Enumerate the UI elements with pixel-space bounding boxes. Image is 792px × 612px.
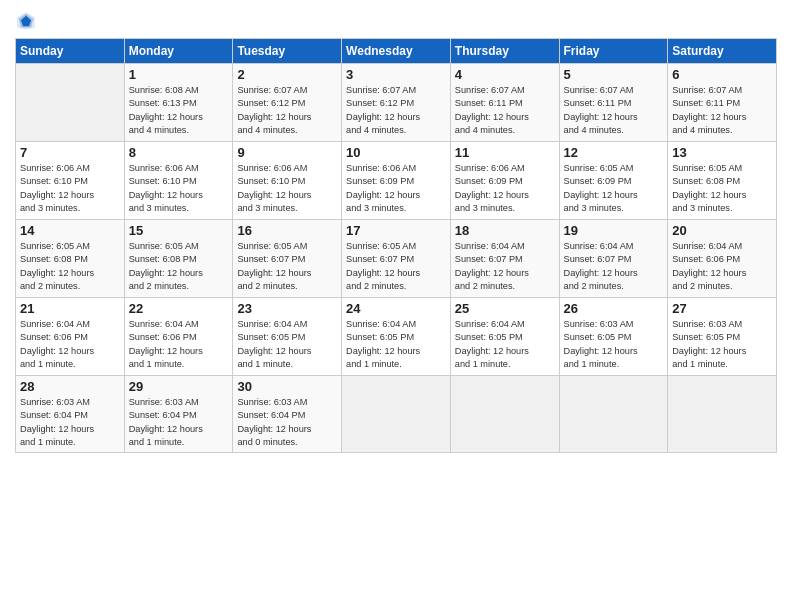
calendar-cell: 22Sunrise: 6:04 AM Sunset: 6:06 PM Dayli… xyxy=(124,298,233,376)
day-of-week-header: Saturday xyxy=(668,39,777,64)
day-info: Sunrise: 6:04 AM Sunset: 6:07 PM Dayligh… xyxy=(564,240,664,293)
day-of-week-header: Friday xyxy=(559,39,668,64)
day-of-week-header: Wednesday xyxy=(342,39,451,64)
day-info: Sunrise: 6:04 AM Sunset: 6:05 PM Dayligh… xyxy=(455,318,555,371)
day-info: Sunrise: 6:03 AM Sunset: 6:04 PM Dayligh… xyxy=(237,396,337,449)
day-info: Sunrise: 6:07 AM Sunset: 6:12 PM Dayligh… xyxy=(237,84,337,137)
day-info: Sunrise: 6:07 AM Sunset: 6:11 PM Dayligh… xyxy=(455,84,555,137)
day-info: Sunrise: 6:04 AM Sunset: 6:05 PM Dayligh… xyxy=(237,318,337,371)
day-number: 20 xyxy=(672,223,772,238)
day-number: 4 xyxy=(455,67,555,82)
calendar-cell: 21Sunrise: 6:04 AM Sunset: 6:06 PM Dayli… xyxy=(16,298,125,376)
day-info: Sunrise: 6:06 AM Sunset: 6:09 PM Dayligh… xyxy=(455,162,555,215)
day-number: 18 xyxy=(455,223,555,238)
calendar-cell: 3Sunrise: 6:07 AM Sunset: 6:12 PM Daylig… xyxy=(342,64,451,142)
day-info: Sunrise: 6:07 AM Sunset: 6:12 PM Dayligh… xyxy=(346,84,446,137)
calendar-cell xyxy=(668,376,777,453)
calendar-week-row: 1Sunrise: 6:08 AM Sunset: 6:13 PM Daylig… xyxy=(16,64,777,142)
calendar-cell: 6Sunrise: 6:07 AM Sunset: 6:11 PM Daylig… xyxy=(668,64,777,142)
calendar-cell: 17Sunrise: 6:05 AM Sunset: 6:07 PM Dayli… xyxy=(342,220,451,298)
day-of-week-header: Sunday xyxy=(16,39,125,64)
calendar-header-row: SundayMondayTuesdayWednesdayThursdayFrid… xyxy=(16,39,777,64)
logo xyxy=(15,10,39,32)
day-number: 23 xyxy=(237,301,337,316)
day-info: Sunrise: 6:04 AM Sunset: 6:06 PM Dayligh… xyxy=(672,240,772,293)
day-info: Sunrise: 6:03 AM Sunset: 6:04 PM Dayligh… xyxy=(129,396,229,449)
calendar-cell xyxy=(342,376,451,453)
page-container: SundayMondayTuesdayWednesdayThursdayFrid… xyxy=(0,0,792,463)
calendar-cell: 27Sunrise: 6:03 AM Sunset: 6:05 PM Dayli… xyxy=(668,298,777,376)
calendar-week-row: 7Sunrise: 6:06 AM Sunset: 6:10 PM Daylig… xyxy=(16,142,777,220)
calendar-cell: 20Sunrise: 6:04 AM Sunset: 6:06 PM Dayli… xyxy=(668,220,777,298)
calendar-cell: 18Sunrise: 6:04 AM Sunset: 6:07 PM Dayli… xyxy=(450,220,559,298)
day-info: Sunrise: 6:07 AM Sunset: 6:11 PM Dayligh… xyxy=(672,84,772,137)
day-info: Sunrise: 6:08 AM Sunset: 6:13 PM Dayligh… xyxy=(129,84,229,137)
day-number: 13 xyxy=(672,145,772,160)
calendar-cell: 8Sunrise: 6:06 AM Sunset: 6:10 PM Daylig… xyxy=(124,142,233,220)
calendar-cell: 30Sunrise: 6:03 AM Sunset: 6:04 PM Dayli… xyxy=(233,376,342,453)
calendar-cell: 9Sunrise: 6:06 AM Sunset: 6:10 PM Daylig… xyxy=(233,142,342,220)
day-info: Sunrise: 6:05 AM Sunset: 6:07 PM Dayligh… xyxy=(237,240,337,293)
calendar-cell: 28Sunrise: 6:03 AM Sunset: 6:04 PM Dayli… xyxy=(16,376,125,453)
day-number: 24 xyxy=(346,301,446,316)
calendar-cell: 7Sunrise: 6:06 AM Sunset: 6:10 PM Daylig… xyxy=(16,142,125,220)
calendar-cell: 4Sunrise: 6:07 AM Sunset: 6:11 PM Daylig… xyxy=(450,64,559,142)
day-number: 7 xyxy=(20,145,120,160)
calendar-cell: 19Sunrise: 6:04 AM Sunset: 6:07 PM Dayli… xyxy=(559,220,668,298)
calendar-cell: 16Sunrise: 6:05 AM Sunset: 6:07 PM Dayli… xyxy=(233,220,342,298)
day-info: Sunrise: 6:05 AM Sunset: 6:07 PM Dayligh… xyxy=(346,240,446,293)
day-info: Sunrise: 6:03 AM Sunset: 6:04 PM Dayligh… xyxy=(20,396,120,449)
day-number: 19 xyxy=(564,223,664,238)
day-number: 9 xyxy=(237,145,337,160)
calendar-cell: 23Sunrise: 6:04 AM Sunset: 6:05 PM Dayli… xyxy=(233,298,342,376)
day-number: 2 xyxy=(237,67,337,82)
calendar-cell: 26Sunrise: 6:03 AM Sunset: 6:05 PM Dayli… xyxy=(559,298,668,376)
calendar-cell: 5Sunrise: 6:07 AM Sunset: 6:11 PM Daylig… xyxy=(559,64,668,142)
day-number: 12 xyxy=(564,145,664,160)
calendar-table: SundayMondayTuesdayWednesdayThursdayFrid… xyxy=(15,38,777,453)
calendar-cell xyxy=(450,376,559,453)
calendar-cell xyxy=(559,376,668,453)
header xyxy=(15,10,777,32)
day-number: 3 xyxy=(346,67,446,82)
calendar-cell: 14Sunrise: 6:05 AM Sunset: 6:08 PM Dayli… xyxy=(16,220,125,298)
day-info: Sunrise: 6:03 AM Sunset: 6:05 PM Dayligh… xyxy=(672,318,772,371)
day-info: Sunrise: 6:06 AM Sunset: 6:09 PM Dayligh… xyxy=(346,162,446,215)
day-number: 15 xyxy=(129,223,229,238)
calendar-cell: 1Sunrise: 6:08 AM Sunset: 6:13 PM Daylig… xyxy=(124,64,233,142)
day-info: Sunrise: 6:05 AM Sunset: 6:08 PM Dayligh… xyxy=(20,240,120,293)
day-info: Sunrise: 6:06 AM Sunset: 6:10 PM Dayligh… xyxy=(237,162,337,215)
day-number: 28 xyxy=(20,379,120,394)
day-number: 21 xyxy=(20,301,120,316)
day-of-week-header: Tuesday xyxy=(233,39,342,64)
calendar-week-row: 21Sunrise: 6:04 AM Sunset: 6:06 PM Dayli… xyxy=(16,298,777,376)
calendar-cell: 15Sunrise: 6:05 AM Sunset: 6:08 PM Dayli… xyxy=(124,220,233,298)
day-info: Sunrise: 6:04 AM Sunset: 6:07 PM Dayligh… xyxy=(455,240,555,293)
day-number: 14 xyxy=(20,223,120,238)
day-info: Sunrise: 6:06 AM Sunset: 6:10 PM Dayligh… xyxy=(20,162,120,215)
day-number: 5 xyxy=(564,67,664,82)
calendar-cell: 12Sunrise: 6:05 AM Sunset: 6:09 PM Dayli… xyxy=(559,142,668,220)
day-of-week-header: Monday xyxy=(124,39,233,64)
day-number: 10 xyxy=(346,145,446,160)
calendar-cell: 10Sunrise: 6:06 AM Sunset: 6:09 PM Dayli… xyxy=(342,142,451,220)
day-of-week-header: Thursday xyxy=(450,39,559,64)
calendar-cell: 11Sunrise: 6:06 AM Sunset: 6:09 PM Dayli… xyxy=(450,142,559,220)
day-info: Sunrise: 6:03 AM Sunset: 6:05 PM Dayligh… xyxy=(564,318,664,371)
day-info: Sunrise: 6:06 AM Sunset: 6:10 PM Dayligh… xyxy=(129,162,229,215)
day-number: 22 xyxy=(129,301,229,316)
logo-icon xyxy=(15,10,37,32)
day-info: Sunrise: 6:07 AM Sunset: 6:11 PM Dayligh… xyxy=(564,84,664,137)
day-number: 1 xyxy=(129,67,229,82)
day-number: 29 xyxy=(129,379,229,394)
day-info: Sunrise: 6:04 AM Sunset: 6:06 PM Dayligh… xyxy=(20,318,120,371)
calendar-week-row: 14Sunrise: 6:05 AM Sunset: 6:08 PM Dayli… xyxy=(16,220,777,298)
calendar-cell: 13Sunrise: 6:05 AM Sunset: 6:08 PM Dayli… xyxy=(668,142,777,220)
calendar-cell: 25Sunrise: 6:04 AM Sunset: 6:05 PM Dayli… xyxy=(450,298,559,376)
day-info: Sunrise: 6:05 AM Sunset: 6:08 PM Dayligh… xyxy=(672,162,772,215)
day-number: 8 xyxy=(129,145,229,160)
day-number: 11 xyxy=(455,145,555,160)
calendar-cell xyxy=(16,64,125,142)
day-info: Sunrise: 6:04 AM Sunset: 6:06 PM Dayligh… xyxy=(129,318,229,371)
day-number: 26 xyxy=(564,301,664,316)
